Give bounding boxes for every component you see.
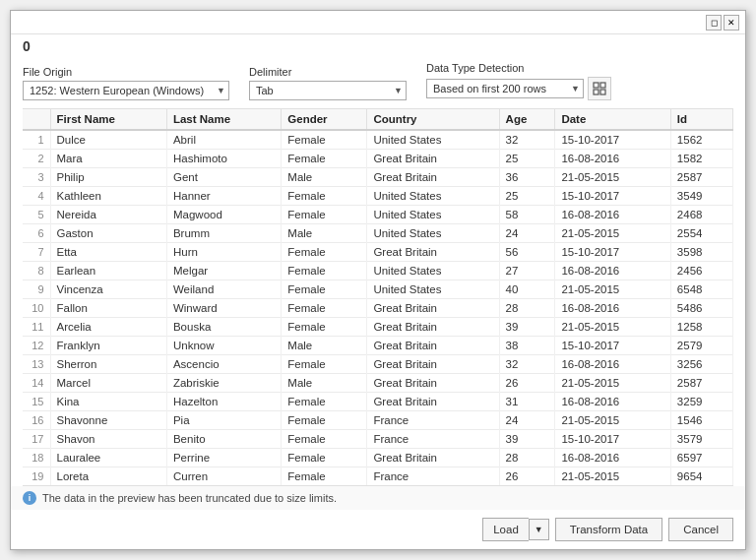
table-row: 4KathleenHannerFemaleUnited States2515-1… (23, 187, 733, 206)
row-index: 4 (23, 187, 50, 206)
file-origin-select[interactable]: 1252: Western European (Windows) (23, 81, 229, 100)
row-index: 8 (23, 262, 50, 280)
delimiter-wrapper[interactable]: Tab ▼ (249, 81, 407, 100)
cell-col-5: 25 (499, 187, 555, 206)
cell-col-2: Hashimoto (166, 150, 281, 168)
row-index: 9 (23, 280, 50, 299)
data-type-select[interactable]: Based on first 200 rows (426, 79, 584, 98)
data-type-wrapper[interactable]: Based on first 200 rows ▼ (426, 79, 584, 98)
row-index: 19 (23, 467, 50, 486)
footer: Load ▼ Transform Data Cancel (11, 510, 745, 549)
cell-col-7: 2579 (670, 337, 732, 355)
cell-col-2: Gent (166, 168, 281, 187)
col-header-gender: Gender (282, 109, 367, 130)
cell-col-1: Earlean (50, 262, 166, 280)
cell-col-1: Lauralee (50, 449, 166, 467)
cell-col-3: Female (282, 355, 367, 374)
cell-col-4: Great Britain (367, 374, 499, 393)
transform-data-button[interactable]: Transform Data (555, 518, 662, 541)
cell-col-5: 25 (499, 150, 555, 168)
col-header-date: Date (555, 109, 670, 130)
close-button[interactable]: ✕ (724, 15, 739, 31)
file-origin-wrapper[interactable]: 1252: Western European (Windows) ▼ (23, 81, 229, 100)
cell-col-1: Shavon (50, 430, 166, 449)
cell-col-6: 16-08-2016 (555, 449, 670, 467)
cell-col-5: 56 (499, 243, 555, 262)
delimiter-select[interactable]: Tab (249, 81, 407, 100)
cell-col-5: 36 (499, 168, 555, 187)
cell-col-6: 21-05-2015 (555, 168, 670, 187)
cell-col-4: Great Britain (367, 449, 499, 467)
table-row: 7EttaHurnFemaleGreat Britain5615-10-2017… (23, 243, 733, 262)
cell-col-2: Unknow (166, 337, 281, 355)
options-bar: File Origin 1252: Western European (Wind… (11, 56, 745, 108)
table-row: 8EarleanMelgarFemaleUnited States2716-08… (23, 262, 733, 280)
cell-col-4: Great Britain (367, 243, 499, 262)
cell-col-1: Arcelia (50, 318, 166, 337)
load-dropdown-button[interactable]: ▼ (529, 519, 549, 540)
cell-col-7: 6548 (670, 280, 732, 299)
svg-rect-2 (594, 90, 598, 94)
cell-col-1: Loreta (50, 467, 166, 486)
data-table-container[interactable]: First Name Last Name Gender Country Age … (23, 108, 733, 486)
data-type-settings-button[interactable] (588, 77, 611, 100)
cell-col-6: 16-08-2016 (555, 393, 670, 411)
cell-col-5: 39 (499, 430, 555, 449)
cell-col-3: Female (282, 206, 367, 224)
row-index: 11 (23, 318, 50, 337)
cell-col-1: Franklyn (50, 337, 166, 355)
col-header-lastname: Last Name (166, 109, 281, 130)
cell-col-3: Female (282, 262, 367, 280)
cell-col-1: Philip (50, 168, 166, 187)
load-button[interactable]: Load (482, 518, 529, 541)
table-row: 10FallonWinwardFemaleGreat Britain2816-0… (23, 299, 733, 318)
cell-col-6: 21-05-2015 (555, 280, 670, 299)
status-bar: i The data in the preview has been trunc… (11, 486, 745, 510)
cell-col-3: Female (282, 393, 367, 411)
row-index: 1 (23, 130, 50, 150)
data-type-group: Data Type Detection Based on first 200 r… (426, 62, 611, 100)
cell-col-2: Pia (166, 411, 281, 430)
restore-button[interactable]: ◻ (706, 15, 722, 31)
cell-col-4: United States (367, 280, 499, 299)
cell-col-4: Great Britain (367, 299, 499, 318)
table-row: 19LoretaCurrenFemaleFrance2621-05-201596… (23, 467, 733, 486)
delimiter-label: Delimiter (249, 66, 407, 78)
table-row: 5NereidaMagwoodFemaleUnited States5816-0… (23, 206, 733, 224)
cell-col-1: Kathleen (50, 187, 166, 206)
table-row: 16ShavonnePiaFemaleFrance2421-05-2015154… (23, 411, 733, 430)
cell-col-3: Male (282, 224, 367, 243)
cell-col-6: 21-05-2015 (555, 411, 670, 430)
cell-col-6: 15-10-2017 (555, 187, 670, 206)
svg-rect-1 (600, 83, 605, 88)
cell-col-1: Nereida (50, 206, 166, 224)
cell-col-7: 1546 (670, 411, 732, 430)
cell-col-4: Great Britain (367, 355, 499, 374)
file-origin-label: File Origin (23, 66, 229, 78)
cell-col-5: 31 (499, 393, 555, 411)
cell-col-3: Male (282, 337, 367, 355)
cell-col-7: 2587 (670, 374, 732, 393)
table-row: 6GastonBrummMaleUnited States2421-05-201… (23, 224, 733, 243)
cell-col-2: Perrine (166, 449, 281, 467)
cell-col-2: Zabriskie (166, 374, 281, 393)
cell-col-6: 16-08-2016 (555, 150, 670, 168)
cell-col-5: 26 (499, 374, 555, 393)
svg-rect-3 (600, 90, 605, 94)
load-button-group[interactable]: Load ▼ (482, 518, 549, 541)
cell-col-5: 26 (499, 467, 555, 486)
cell-col-6: 15-10-2017 (555, 130, 670, 150)
cell-col-6: 21-05-2015 (555, 318, 670, 337)
row-index: 5 (23, 206, 50, 224)
table-row: 9VincenzaWeilandFemaleUnited States4021-… (23, 280, 733, 299)
cell-col-4: United States (367, 206, 499, 224)
cell-col-5: 32 (499, 130, 555, 150)
data-type-label: Data Type Detection (426, 62, 611, 74)
cell-col-4: France (367, 411, 499, 430)
cell-col-6: 21-05-2015 (555, 374, 670, 393)
cell-col-6: 16-08-2016 (555, 355, 670, 374)
row-index: 15 (23, 393, 50, 411)
cancel-button[interactable]: Cancel (668, 518, 733, 541)
row-index: 14 (23, 374, 50, 393)
cell-col-7: 3579 (670, 430, 732, 449)
